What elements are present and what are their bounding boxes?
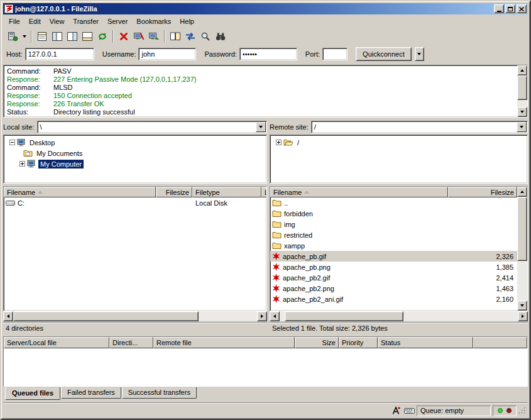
- column-header-filesize[interactable]: Filesize: [156, 187, 192, 197]
- resize-grip[interactable]: [518, 407, 527, 416]
- menu-transfer[interactable]: Transfer: [68, 16, 103, 27]
- remote-file-row[interactable]: apache_pb2.gif 2,414: [270, 272, 517, 283]
- column-header-status[interactable]: Status: [378, 337, 473, 348]
- synchronized-browsing-icon: [185, 31, 196, 41]
- menu-view[interactable]: View: [45, 16, 69, 27]
- column-header-direction[interactable]: Directi...: [109, 337, 153, 348]
- sort-ascending-icon: [304, 191, 309, 194]
- collapse-expander-icon[interactable]: [9, 140, 15, 145]
- local-horizontal-scrollbar[interactable]: [3, 311, 267, 321]
- column-header-last-modified[interactable]: L: [261, 187, 266, 197]
- toggle-local-tree-button[interactable]: [50, 30, 65, 43]
- transfer-queue-list[interactable]: [4, 348, 527, 386]
- remote-file-row[interactable]: apache_pb2_ani.gif 2,160: [270, 294, 517, 304]
- column-header-filename[interactable]: Filename: [270, 187, 448, 197]
- column-header-filesize[interactable]: Filesize: [448, 187, 517, 197]
- quickconnect-button[interactable]: Quickconnect: [356, 47, 412, 61]
- transfer-type-ascii-icon: [390, 406, 402, 416]
- site-manager-dropdown-button[interactable]: [20, 30, 28, 43]
- arrow-up-icon: [520, 191, 524, 193]
- scroll-up-button[interactable]: [517, 65, 527, 75]
- expand-expander-icon[interactable]: [19, 161, 25, 167]
- column-header-filename[interactable]: Filename: [4, 187, 156, 197]
- local-site-combo[interactable]: \: [37, 121, 267, 133]
- scrollbar-thumb[interactable]: [13, 311, 199, 321]
- scroll-right-button[interactable]: [257, 311, 267, 321]
- remote-file-list[interactable]: .. forbidden img restricted: [270, 197, 517, 311]
- remote-file-row[interactable]: xampp: [270, 240, 517, 251]
- quickconnect-dropdown-button[interactable]: [415, 47, 424, 61]
- remote-file-row-selected[interactable]: apache_pb.gif 2,326: [270, 251, 517, 262]
- toggle-transfer-queue-button[interactable]: [80, 30, 95, 43]
- menu-bookmarks[interactable]: Bookmarks: [132, 16, 175, 27]
- scroll-down-button[interactable]: [517, 107, 527, 117]
- scrollbar-thumb[interactable]: [285, 311, 404, 321]
- column-header-server-local-file[interactable]: Server/Local file: [4, 337, 109, 348]
- remote-file-row[interactable]: forbidden: [270, 208, 517, 219]
- menu-help[interactable]: Help: [175, 16, 199, 27]
- toggle-remote-tree-button[interactable]: [65, 30, 80, 43]
- tree-item-desktop[interactable]: Desktop: [4, 137, 266, 148]
- disconnect-button[interactable]: [131, 30, 146, 43]
- combo-dropdown-button[interactable]: [256, 122, 266, 132]
- tab-failed-transfers[interactable]: Failed transfers: [61, 387, 121, 399]
- username-input[interactable]: [138, 48, 196, 60]
- abort-icon: [119, 31, 129, 41]
- expand-expander-icon[interactable]: [276, 140, 282, 145]
- local-file-row[interactable]: C: Local Disk: [4, 197, 266, 208]
- menu-server[interactable]: Server: [103, 16, 132, 27]
- toggle-message-log-button[interactable]: [35, 30, 50, 43]
- filter-button[interactable]: [213, 30, 228, 43]
- port-input[interactable]: [322, 48, 348, 60]
- tab-successful-transfers[interactable]: Successful transfers: [122, 387, 197, 399]
- abort-button[interactable]: [116, 30, 131, 43]
- remote-horizontal-scrollbar[interactable]: [270, 311, 528, 321]
- tree-item-root[interactable]: /: [271, 137, 527, 148]
- menubar: File Edit View Transfer Server Bookmarks…: [3, 15, 528, 28]
- remote-file-row[interactable]: ..: [270, 197, 517, 208]
- scroll-left-button[interactable]: [3, 311, 13, 321]
- scroll-up-button[interactable]: [517, 187, 527, 197]
- host-input[interactable]: [25, 48, 94, 60]
- refresh-button[interactable]: [95, 30, 110, 43]
- scroll-left-button[interactable]: [270, 311, 280, 321]
- column-header-size[interactable]: Size: [295, 337, 339, 348]
- local-status-text: 4 directories: [3, 322, 267, 333]
- remote-file-row[interactable]: apache_pb.png 1,385: [270, 262, 517, 272]
- local-site-label: Local site:: [3, 123, 35, 131]
- combo-dropdown-button[interactable]: [517, 122, 527, 132]
- reconnect-button[interactable]: [146, 30, 161, 43]
- remote-file-row[interactable]: apache_pb2.png 1,463: [270, 283, 517, 294]
- scroll-down-button[interactable]: [517, 301, 527, 311]
- arrow-right-icon: [522, 314, 524, 318]
- directory-comparison-button[interactable]: [168, 30, 183, 43]
- remote-file-row[interactable]: img: [270, 219, 517, 229]
- synchronized-browsing-button[interactable]: [183, 30, 198, 43]
- menu-edit[interactable]: Edit: [25, 16, 45, 27]
- site-manager-icon: [7, 31, 18, 41]
- tab-queued-files[interactable]: Queued files: [5, 387, 60, 400]
- close-button[interactable]: [517, 4, 527, 13]
- maximize-button[interactable]: [505, 4, 515, 13]
- find-files-button[interactable]: [198, 30, 213, 43]
- local-file-list[interactable]: C: Local Disk: [4, 197, 266, 311]
- scrollbar-thumb[interactable]: [517, 197, 527, 261]
- menu-file[interactable]: File: [4, 16, 25, 27]
- column-header-filetype[interactable]: Filetype: [192, 187, 261, 197]
- remote-site-combo[interactable]: /: [311, 121, 528, 133]
- minimize-button[interactable]: [494, 4, 504, 13]
- scroll-right-button[interactable]: [518, 311, 528, 321]
- password-input[interactable]: [239, 48, 297, 60]
- scrollbar-thumb[interactable]: [517, 75, 527, 100]
- column-header-remote-file[interactable]: Remote file: [153, 337, 295, 348]
- column-header-priority[interactable]: Priority: [339, 337, 378, 348]
- remote-file-row[interactable]: restricted: [270, 229, 517, 240]
- remote-vertical-scrollbar[interactable]: [517, 187, 527, 311]
- log-line: Response:150 Connection accepted: [7, 92, 516, 100]
- site-manager-button[interactable]: [5, 30, 20, 43]
- tree-item-my-documents[interactable]: My Documents: [4, 148, 266, 158]
- port-label: Port:: [305, 50, 320, 58]
- tree-item-my-computer[interactable]: My Computer: [4, 158, 266, 169]
- remote-site-label: Remote site:: [270, 123, 309, 131]
- log-vertical-scrollbar[interactable]: [517, 65, 527, 117]
